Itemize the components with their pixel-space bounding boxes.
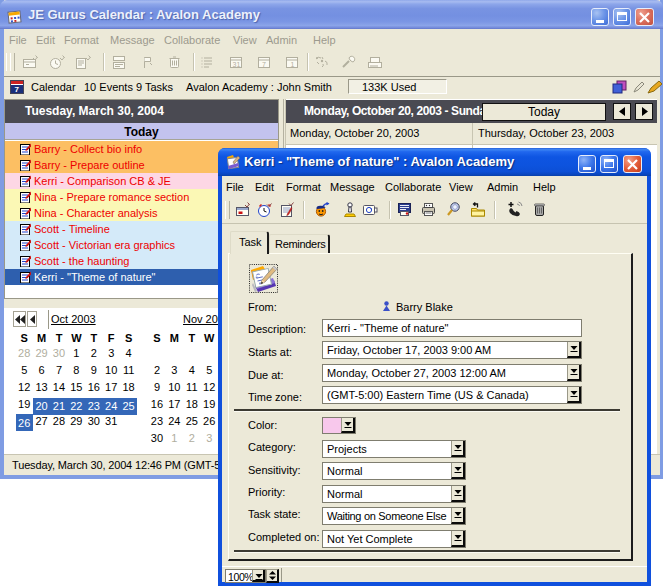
svg-text:31: 31 [233, 61, 241, 68]
svg-text:7: 7 [262, 61, 266, 68]
svg-text:1: 1 [291, 61, 295, 68]
svg-text:7: 7 [15, 85, 20, 94]
